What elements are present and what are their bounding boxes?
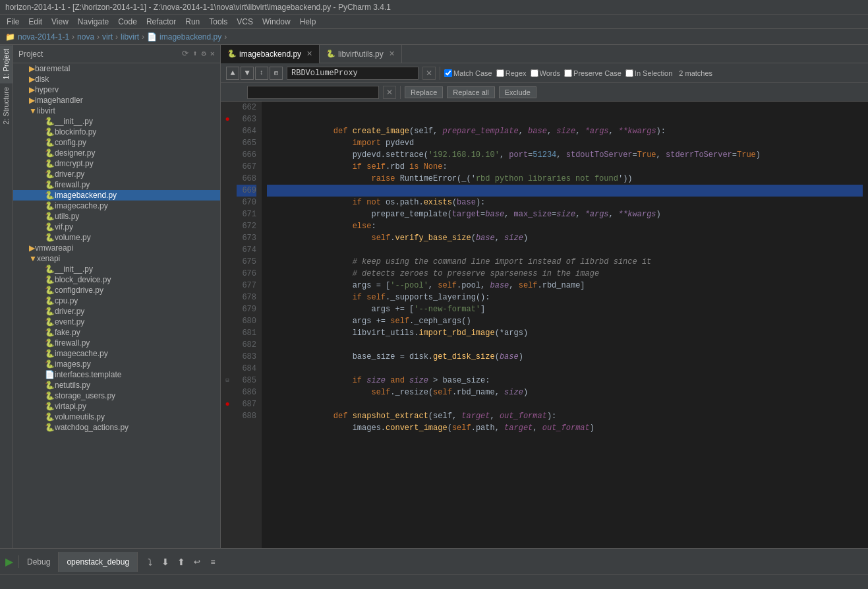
replace-input[interactable] bbox=[247, 86, 379, 99]
vtab-structure[interactable]: 2: Structure bbox=[0, 83, 13, 129]
tree-designer[interactable]: 🐍 designer.py bbox=[13, 148, 220, 158]
tree-configdrive[interactable]: 🐍 configdrive.py bbox=[13, 285, 220, 295]
tree-netutils[interactable]: 🐍 netutils.py bbox=[13, 380, 220, 390]
in-selection-opt[interactable]: In Selection bbox=[625, 69, 672, 77]
menu-refactor[interactable]: Refactor bbox=[142, 16, 180, 28]
tab-imagebackend[interactable]: 🐍 imagebackend.py ✕ bbox=[221, 45, 320, 63]
menu-help[interactable]: Help bbox=[296, 16, 320, 28]
debug-step-over-icon[interactable]: ⤵ bbox=[143, 555, 156, 569]
replace-clear-btn[interactable]: ✕ bbox=[383, 86, 396, 99]
debug-play-icon[interactable]: ▶ bbox=[5, 555, 13, 568]
collapse-icon[interactable]: ⬆ bbox=[192, 49, 197, 59]
tree-imagecache-2[interactable]: 🐍 imagecache.py bbox=[13, 348, 220, 359]
tree-blockinfo[interactable]: 🐍 blockinfo.py bbox=[13, 127, 220, 137]
tree-block-device[interactable]: 🐍 block_device.py bbox=[13, 274, 220, 285]
gutter: ● ⊟ bbox=[221, 102, 234, 548]
tree-vif[interactable]: 🐍 vif.py bbox=[13, 222, 220, 232]
tree-images[interactable]: 🐍 images.py bbox=[13, 359, 220, 369]
tab-label: libvirt\utils.py bbox=[338, 49, 384, 59]
breadcrumb-libvirt[interactable]: libvirt bbox=[121, 32, 139, 42]
menu-view[interactable]: View bbox=[47, 16, 72, 28]
words-opt[interactable]: Words bbox=[531, 69, 561, 77]
close-panel-icon[interactable]: ✕ bbox=[210, 49, 215, 59]
vtab-project[interactable]: 1: Project bbox=[0, 45, 13, 83]
nav-up[interactable]: ▲ bbox=[226, 67, 239, 80]
match-case-opt[interactable]: Match Case bbox=[444, 69, 492, 77]
tree-volume[interactable]: 🐍 volume.py bbox=[13, 232, 220, 243]
debug-step-into-icon[interactable]: ⬇ bbox=[159, 555, 172, 569]
search-input[interactable] bbox=[287, 67, 419, 80]
words-cb[interactable] bbox=[531, 69, 538, 77]
tab-icon: 🐍 bbox=[227, 49, 237, 58]
sync-icon[interactable]: ⟳ bbox=[182, 49, 188, 59]
menu-navigate[interactable]: Navigate bbox=[74, 16, 113, 28]
right-panel: 🐍 imagebackend.py ✕ 🐍 libvirt\utils.py ✕… bbox=[221, 45, 868, 548]
tree-driver-1[interactable]: 🐍 driver.py bbox=[13, 169, 220, 179]
nav-extra[interactable]: ⊞ bbox=[270, 67, 283, 80]
tree-virtapi[interactable]: 🐍 virtapi.py bbox=[13, 401, 220, 412]
tree-init-2[interactable]: 🐍 __init__.py bbox=[13, 264, 220, 274]
replace-all-btn[interactable]: Replace all bbox=[447, 86, 494, 98]
breadcrumb-virt[interactable]: virt bbox=[102, 32, 113, 42]
nav-jump[interactable]: ↕ bbox=[255, 67, 268, 80]
menu-run[interactable]: Run bbox=[181, 16, 204, 28]
tree-firewall-1[interactable]: 🐍 firewall.py bbox=[13, 179, 220, 190]
tree-config[interactable]: 🐍 config.py bbox=[13, 137, 220, 148]
tree-imagebackend[interactable]: 🐍 imagebackend.py bbox=[13, 190, 220, 201]
project-header: Project ⟳ ⬆ ⚙ ✕ bbox=[13, 45, 220, 63]
replace-btn[interactable]: Replace bbox=[405, 86, 443, 98]
tree-baremetal[interactable]: ▶ baremetal bbox=[13, 63, 220, 74]
tree-dmcrypt[interactable]: 🐍 dmcrypt.py bbox=[13, 158, 220, 169]
in-selection-cb[interactable] bbox=[625, 69, 633, 77]
menu-edit[interactable]: Edit bbox=[24, 16, 46, 28]
tree-fake[interactable]: 🐍 fake.py bbox=[13, 327, 220, 338]
preserve-case-opt[interactable]: Preserve Case bbox=[564, 69, 622, 77]
menu-code[interactable]: Code bbox=[114, 16, 141, 28]
tree-volumeutils[interactable]: 🐍 volumeutils.py bbox=[13, 412, 220, 422]
debug-eval-icon[interactable]: ≡ bbox=[206, 555, 219, 569]
tree-driver-2[interactable]: 🐍 driver.py bbox=[13, 306, 220, 317]
tree-init-1[interactable]: 🐍 __init__.py bbox=[13, 116, 220, 127]
tree-interfaces-template[interactable]: 📄 interfaces.template bbox=[13, 369, 220, 380]
tree-disk[interactable]: ▶ disk bbox=[13, 74, 220, 84]
tree-hyperv[interactable]: ▶ hyperv bbox=[13, 84, 220, 95]
py-icon: 🐍 bbox=[45, 138, 55, 147]
tree-libvirt[interactable]: ▼ libvirt bbox=[13, 106, 220, 116]
tree-event[interactable]: 🐍 event.py bbox=[13, 317, 220, 327]
tab-close[interactable]: ✕ bbox=[306, 49, 312, 58]
tree-watchdog[interactable]: 🐍 watchdog_actions.py bbox=[13, 422, 220, 433]
menu-vcs[interactable]: VCS bbox=[233, 16, 257, 28]
preserve-case-cb[interactable] bbox=[564, 69, 572, 77]
exclude-btn[interactable]: Exclude bbox=[499, 86, 536, 98]
debug-tab-debug[interactable]: Debug bbox=[19, 552, 59, 572]
gutter-663: ● bbox=[221, 113, 234, 125]
tab-close[interactable]: ✕ bbox=[389, 49, 395, 58]
tree-imagecache-1[interactable]: 🐍 imagecache.py bbox=[13, 201, 220, 211]
menu-tools[interactable]: Tools bbox=[205, 16, 231, 28]
code-area[interactable]: ● ⊟ bbox=[221, 102, 868, 548]
menu-window[interactable]: Window bbox=[258, 16, 295, 28]
regex-cb[interactable] bbox=[496, 69, 504, 77]
breadcrumb-nova[interactable]: nova bbox=[77, 32, 94, 42]
search-clear-btn[interactable]: ✕ bbox=[422, 67, 436, 80]
debug-run-cursor-icon[interactable]: ↩ bbox=[190, 555, 204, 569]
match-case-cb[interactable] bbox=[444, 69, 452, 77]
nav-down[interactable]: ▼ bbox=[241, 67, 254, 80]
tree-imagehandler[interactable]: ▶ imagehandler bbox=[13, 95, 220, 106]
tree-item-label: volumeutils.py bbox=[55, 412, 105, 421]
tree-xenapi[interactable]: ▼ xenapi bbox=[13, 253, 220, 264]
tree-vmwareapi[interactable]: ▶ vmwareapi bbox=[13, 243, 220, 253]
tree-storage-users[interactable]: 🐍 storage_users.py bbox=[13, 390, 220, 401]
breadcrumb-nova-2014[interactable]: nova-2014-1-1 bbox=[18, 32, 69, 42]
breadcrumb-imagebackend-py[interactable]: imagebackend.py bbox=[159, 32, 221, 42]
debug-step-out-icon[interactable]: ⬆ bbox=[175, 555, 188, 569]
tree-firewall-2[interactable]: 🐍 firewall.py bbox=[13, 338, 220, 348]
tab-libvirt-utils[interactable]: 🐍 libvirt\utils.py ✕ bbox=[320, 45, 402, 63]
tree-cpu[interactable]: 🐍 cpu.py bbox=[13, 295, 220, 306]
menu-file[interactable]: File bbox=[3, 16, 23, 28]
regex-opt[interactable]: Regex bbox=[496, 69, 527, 77]
debug-tab-openstack[interactable]: openstack_debug bbox=[59, 552, 138, 572]
settings-icon[interactable]: ⚙ bbox=[202, 49, 206, 59]
tree-utils-1[interactable]: 🐍 utils.py bbox=[13, 211, 220, 222]
code-content[interactable]: def create_image(self, prepare_template,… bbox=[262, 102, 868, 548]
